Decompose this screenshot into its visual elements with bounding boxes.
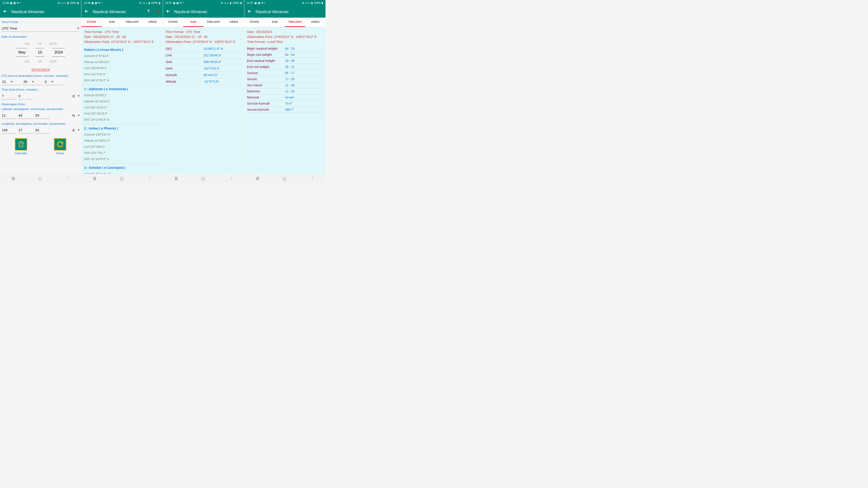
tab-stars[interactable]: STARS — [163, 18, 183, 27]
twilight-data-row: Sun transit11 : 38 — [247, 82, 323, 88]
tab-stars[interactable]: STARS — [81, 18, 102, 27]
lat-min-input[interactable]: 43 — [18, 112, 33, 119]
nav-bar: ||| ▢ 〈 — [0, 174, 81, 183]
date-cur-row[interactable]: May 15 2024 — [1, 47, 80, 58]
tab-sun[interactable]: SUN — [265, 18, 285, 27]
recents-button[interactable]: ||| — [12, 176, 15, 181]
tab-aries[interactable]: ARIES — [224, 18, 244, 27]
back-icon[interactable] — [247, 9, 252, 15]
tz-min-input[interactable]: 0 — [18, 93, 33, 99]
star-data-row: Azimuth 0°37'42.8" — [84, 53, 160, 59]
tab-sun[interactable]: SUN — [183, 18, 204, 27]
filter-icon[interactable] — [146, 9, 151, 15]
signal-icon: ▮ — [149, 1, 150, 4]
nav-bar: ||| ▢ 〈 — [244, 174, 326, 183]
sun-body[interactable]: Time Format : UTC Time Date : 05/15/2024… — [163, 27, 244, 183]
star-block[interactable]: Polaris ( α Ursae Minoris )Azimuth 0°37'… — [81, 46, 162, 85]
recents-button[interactable]: ||| — [175, 176, 178, 181]
calculator-icon — [15, 138, 27, 151]
lon-min-input[interactable]: 27 — [18, 127, 33, 133]
recents-button[interactable]: ||| — [93, 176, 96, 181]
utc-sec-select[interactable]: 0 — [44, 78, 64, 85]
tab-twilight[interactable]: TWILIGHT — [204, 18, 224, 27]
back-button[interactable]: 〈 — [310, 176, 313, 181]
app-title: Nautical Almanac — [11, 9, 44, 14]
chevron-down-icon[interactable] — [78, 95, 80, 97]
star-block[interactable]: 2 : Ankaa ( α Phoenix )Azimuth 138°9'47.… — [81, 124, 162, 164]
chevron-down-icon[interactable] — [78, 129, 80, 131]
twilight-data-row: End civil twilight18 : 22 — [247, 64, 323, 70]
lon-sec-input[interactable]: 33 — [35, 127, 50, 133]
star-data-row: Altitude 10°59'51.4" — [84, 138, 160, 144]
tab-twilight[interactable]: TWILIGHT — [285, 18, 305, 27]
app-title: Nautical Almanac — [93, 9, 126, 14]
date-prev-row[interactable]: Apr 14 2023 — [1, 40, 80, 47]
app-title: Nautical Almanac — [256, 9, 289, 14]
back-button[interactable]: 〈 — [66, 176, 69, 181]
status-time: 13:46 — [2, 1, 9, 4]
back-icon[interactable] — [166, 9, 170, 15]
pane-twilight: 14:07 ▣ ▦ ✉ • ⊚ VoLTE ▮ 100% ▮ Nautical … — [244, 0, 326, 183]
date-next-row[interactable]: Jun 16 2025 — [1, 58, 80, 65]
info-header: Time Format : UTC Time Date : 05/15/2024… — [163, 27, 244, 46]
volte-label: VoLTE — [224, 2, 229, 4]
recents-button[interactable]: ||| — [256, 176, 259, 181]
tab-stars[interactable]: STARS — [244, 18, 265, 27]
date-picker[interactable]: Apr 14 2023 May 15 2024 Jun 16 2025 — [1, 40, 80, 65]
status-time: 14:07 — [165, 1, 172, 4]
twilight-body[interactable]: Date : 05/15/2024 Observation Point: 12º… — [244, 27, 326, 183]
back-button[interactable]: 〈 — [228, 176, 232, 181]
battery-label: 100% — [314, 1, 321, 4]
lat-label: Latitude, (arcdegrees, arcminutes, arcse… — [1, 106, 80, 111]
row-value: 70.4° — [285, 102, 323, 105]
volte-label: VoLTE — [61, 2, 66, 4]
utc-hour-select[interactable]: 21 — [1, 78, 21, 85]
lat-deg-input[interactable]: 12 — [1, 112, 16, 119]
reset-button[interactable]: Reset — [54, 138, 66, 155]
row-value: 306°48'35.4" — [204, 60, 241, 64]
tab-aries[interactable]: ARIES — [305, 18, 326, 27]
star-data-row: DEC 29°13'40.4" N — [84, 117, 160, 123]
status-bar: 14:07 ▣ ▦ ✉ • ⊚ VoLTE ▮ 100% ▮ — [163, 0, 244, 6]
twilight-data-row: Sunrise Azimuth70.4° — [247, 101, 323, 107]
back-icon[interactable] — [3, 9, 8, 15]
battery-label: 100% — [232, 1, 239, 4]
star-data-row: LHA 258°56'56.3" — [84, 65, 160, 71]
home-button[interactable]: ▢ — [120, 176, 123, 181]
lat-hem-label: N — [71, 113, 76, 118]
row-value: 289.7° — [285, 108, 323, 111]
star-name: Polaris ( α Ursae Minoris ) — [84, 47, 160, 53]
chat-icon: ✉ — [261, 1, 264, 4]
time-format-select[interactable]: UTC Time — [2, 25, 79, 32]
star-name: 1 : Alpheratz ( α Andromeda ) — [84, 86, 160, 92]
row-value: -12°37'3.6" — [204, 80, 241, 84]
star-block[interactable]: 1 : Alpheratz ( α Andromeda )Azimuth 63°… — [81, 85, 162, 124]
row-value: 11 : 38 — [285, 84, 323, 87]
tab-aries[interactable]: ARIES — [143, 18, 163, 27]
row-key: Begin civil twilight — [247, 53, 285, 57]
utc-min-select[interactable]: 25 — [23, 78, 42, 85]
app-bar: Nautical Almanac — [244, 6, 326, 18]
tab-sun[interactable]: SUN — [102, 18, 122, 27]
home-button[interactable]: ▢ — [283, 176, 286, 181]
time-format-value: UTC Time — [2, 26, 77, 30]
home-button[interactable]: ▢ — [38, 176, 42, 181]
back-button[interactable]: 〈 — [147, 176, 151, 181]
home-button[interactable]: ▢ — [202, 176, 205, 181]
calculate-button[interactable]: Calculate — [15, 138, 27, 155]
row-key: Sunset Azimuth — [247, 108, 285, 111]
star-data-row: LHA 302°23'42.9" — [84, 104, 160, 110]
pane-input-form: 13:46 ▣ ▦ ✉ • ⊚ VoLTE ▮ 100% ▮ Nautical … — [0, 0, 81, 183]
sun-data-row: SHA306°48'35.4" — [166, 59, 241, 65]
sun-data-row: LHA251°36'48.9" — [166, 52, 241, 59]
lat-sec-input[interactable]: 33 — [35, 112, 50, 119]
star-data-row: DEC 42°10'23.9" S — [84, 156, 160, 162]
search-star-icon[interactable] — [155, 9, 160, 15]
lon-deg-input[interactable]: 109 — [1, 127, 16, 133]
tz-hour-input[interactable]: 7 — [1, 93, 16, 99]
tab-twilight[interactable]: TWILIGHT — [122, 18, 143, 27]
back-icon[interactable] — [84, 9, 89, 15]
app-icon: ▦ — [13, 1, 16, 4]
stars-body[interactable]: Time Format : UTC Time Date : 05/15/2024… — [81, 27, 162, 183]
chevron-down-icon[interactable] — [78, 115, 80, 116]
